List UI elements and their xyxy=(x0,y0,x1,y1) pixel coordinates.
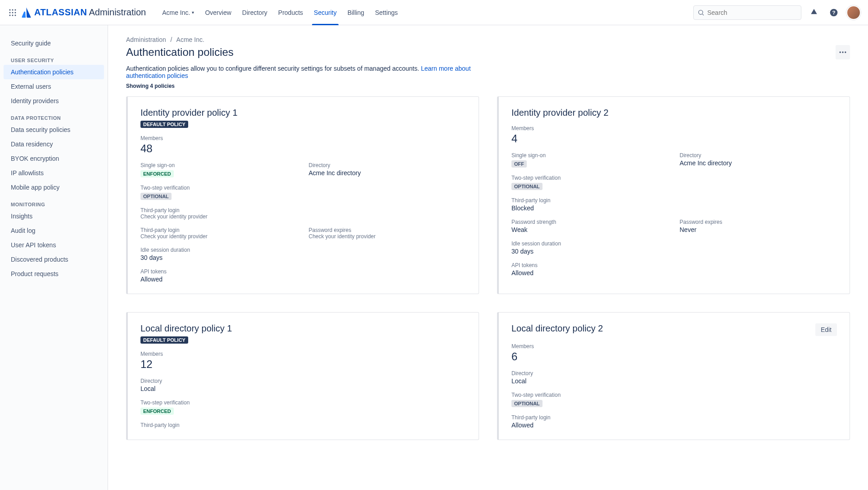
directory-label: Directory xyxy=(511,370,837,377)
org-switcher[interactable]: Acme Inc.▾ xyxy=(157,0,199,25)
svg-point-3 xyxy=(9,12,11,13)
logo-product: Administration xyxy=(89,7,146,18)
svg-point-15 xyxy=(845,51,846,53)
sidebar-heading-monitoring: MONITORING xyxy=(0,195,108,209)
help-icon[interactable]: ? xyxy=(827,5,841,20)
app-switcher-icon[interactable] xyxy=(7,7,18,18)
policy-card-3: Local directory policy 1 DEFAULT POLICY … xyxy=(126,312,479,440)
sidebar-heading-user-security: USER SECURITY xyxy=(0,50,108,65)
twostep-label: Two-step verification xyxy=(511,175,837,181)
twostep-label: Two-step verification xyxy=(511,392,837,398)
top-right: ? xyxy=(693,5,861,20)
svg-text:?: ? xyxy=(832,9,835,15)
showing-count: Showing 4 policies xyxy=(126,83,850,89)
logo-brand: ATLASSIAN xyxy=(34,7,87,18)
page-description: Authentication policies allow you to con… xyxy=(126,65,495,79)
idle-label: Idle session duration xyxy=(511,240,837,247)
sidebar-item-data-security-policies[interactable]: Data security policies xyxy=(0,122,108,137)
edit-button[interactable]: Edit xyxy=(815,323,837,336)
svg-point-9 xyxy=(699,10,703,14)
tab-overview[interactable]: Overview xyxy=(199,0,236,25)
sso-status: ENFORCED xyxy=(140,170,174,177)
directory-value: Acme Inc directory xyxy=(309,169,466,177)
twostep-status: OPTIONAL xyxy=(140,193,172,200)
more-actions-button[interactable] xyxy=(836,45,850,59)
main-content: Administration / Acme Inc. Authenticatio… xyxy=(108,25,868,490)
chevron-down-icon: ▾ xyxy=(192,10,194,15)
idle-value: 30 days xyxy=(140,254,466,261)
sidebar-item-insights[interactable]: Insights xyxy=(0,209,108,223)
sidebar-item-ip-allowlists[interactable]: IP allowlists xyxy=(0,166,108,180)
thirdparty-value: Blocked xyxy=(511,204,837,212)
sidebar-heading-data-protection: DATA PROTECTION xyxy=(0,108,108,122)
logo[interactable]: ATLASSIAN Administration xyxy=(22,7,146,18)
tab-security[interactable]: Security xyxy=(308,0,342,25)
sidebar-item-identity-providers[interactable]: Identity providers xyxy=(0,94,108,108)
sidebar-item-data-residency[interactable]: Data residency xyxy=(0,137,108,151)
pwdexpires-label: Password expires xyxy=(309,227,466,233)
notifications-icon[interactable] xyxy=(807,5,821,20)
tab-billing[interactable]: Billing xyxy=(342,0,370,25)
pwdexpires-sub: Check your identity provider xyxy=(309,233,466,240)
members-label: Members xyxy=(511,125,837,132)
svg-point-1 xyxy=(12,9,14,10)
policy-card-2: Identity provider policy 2 Members 4 Sin… xyxy=(497,96,850,294)
top-tabs: Acme Inc.▾ Overview Directory Products S… xyxy=(157,0,403,25)
api-value: Allowed xyxy=(511,269,837,277)
directory-label: Directory xyxy=(680,152,837,159)
svg-point-8 xyxy=(15,14,16,16)
top-nav: ATLASSIAN Administration Acme Inc.▾ Over… xyxy=(0,0,868,25)
svg-point-14 xyxy=(842,51,843,53)
pwdstrength-label: Password strength xyxy=(511,219,669,225)
tab-products[interactable]: Products xyxy=(273,0,308,25)
members-label: Members xyxy=(140,351,466,357)
breadcrumb-admin[interactable]: Administration xyxy=(126,36,166,43)
api-label: API tokens xyxy=(140,268,466,275)
avatar[interactable] xyxy=(846,5,861,20)
tab-settings[interactable]: Settings xyxy=(370,0,403,25)
thirdparty-label: Third-party login xyxy=(140,422,466,428)
sidebar-item-auth-policies[interactable]: Authentication policies xyxy=(4,65,104,79)
members-value: 6 xyxy=(511,350,837,363)
api-value: Allowed xyxy=(140,276,466,283)
thirdparty-label: Third-party login xyxy=(511,414,837,421)
svg-point-4 xyxy=(12,12,14,13)
policy-title: Identity provider policy 1 xyxy=(140,108,466,118)
sidebar-item-discovered-products[interactable]: Discovered products xyxy=(0,252,108,267)
members-label: Members xyxy=(140,135,466,141)
more-icon xyxy=(838,48,847,57)
sidebar-security-guide[interactable]: Security guide xyxy=(0,36,108,50)
members-value: 4 xyxy=(511,132,837,145)
sidebar-item-user-api-tokens[interactable]: User API tokens xyxy=(0,238,108,252)
search-box[interactable] xyxy=(693,5,801,20)
api-label: API tokens xyxy=(511,262,837,268)
sso-status: OFF xyxy=(511,160,527,168)
sidebar-item-product-requests[interactable]: Product requests xyxy=(0,267,108,281)
members-value: 12 xyxy=(140,358,466,371)
policy-card-1: Identity provider policy 1 DEFAULT POLIC… xyxy=(126,96,479,294)
pwdexpires-label: Password expires xyxy=(680,219,837,225)
sso-label: Single sign-on xyxy=(140,162,298,168)
directory-value: Local xyxy=(140,385,466,392)
policy-title: Local directory policy 1 xyxy=(140,323,466,334)
policy-title: Identity provider policy 2 xyxy=(511,108,837,118)
pwdstrength-value: Weak xyxy=(511,226,669,233)
members-label: Members xyxy=(511,343,837,349)
search-input[interactable] xyxy=(707,9,797,16)
svg-line-10 xyxy=(702,14,704,15)
svg-point-2 xyxy=(15,9,16,10)
directory-value: Acme Inc directory xyxy=(680,159,837,167)
svg-point-0 xyxy=(9,9,11,10)
sidebar-item-byok[interactable]: BYOK encryption xyxy=(0,151,108,166)
tab-directory[interactable]: Directory xyxy=(237,0,273,25)
breadcrumb-org[interactable]: Acme Inc. xyxy=(176,36,204,43)
thirdparty-sub2: Check your identity provider xyxy=(140,233,298,240)
sidebar-item-mobile-app-policy[interactable]: Mobile app policy xyxy=(0,180,108,195)
sso-label: Single sign-on xyxy=(511,152,669,159)
sidebar-item-external-users[interactable]: External users xyxy=(0,79,108,94)
svg-point-7 xyxy=(12,14,14,16)
sidebar-item-audit-log[interactable]: Audit log xyxy=(0,223,108,238)
directory-label: Directory xyxy=(309,162,466,168)
sidebar: Security guide USER SECURITY Authenticat… xyxy=(0,25,108,490)
idle-value: 30 days xyxy=(511,248,837,255)
